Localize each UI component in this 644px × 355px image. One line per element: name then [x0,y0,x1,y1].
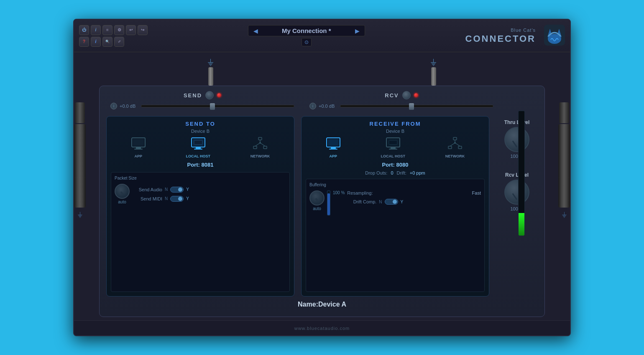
brand-small: Blue Cat's [511,28,536,33]
svg-point-35 [454,142,456,144]
send-knob[interactable] [205,91,214,99]
rcv-fader-track[interactable] [340,105,493,107]
send-knob-label: auto [118,200,126,204]
help-button[interactable]: ? [79,37,89,47]
rcv-app-icon [326,137,341,152]
rcv-port-label: Port: [382,162,395,168]
right-cable-body [558,124,570,208]
side-cable-right: ⏚ [558,102,570,219]
send-fader-thumb[interactable] [210,103,215,110]
buffering-fill [327,193,330,215]
preset-sub-options: ⊙ [302,38,312,46]
send-channel: SEND i +0.0 dB [106,91,299,113]
resampling-row: Resampling: Fast [347,190,481,195]
search-button[interactable]: 🔍 [102,37,112,47]
vu-green-fill [519,213,524,236]
rcv-network-mode[interactable]: NETWORK [445,137,465,158]
send-to-panel: SEND TO Device B APP [106,116,294,297]
settings-button[interactable]: ⚙ [114,25,124,35]
rcv-network-label: NETWORK [445,154,465,158]
rcv-fader-info[interactable]: i [309,103,316,109]
send-led [217,93,221,97]
dropouts-value: 0 [391,170,393,175]
rcv-localhost-mode[interactable]: LOCAL HOST [381,137,405,158]
drift-comp-toggle[interactable] [385,199,398,205]
rcv-connector-stem [431,67,436,86]
send-midi-y: Y [186,196,189,201]
footer: www.bluecataudio.com [74,320,570,335]
expand-button[interactable]: ⤢ [114,37,124,47]
thru-level-knob[interactable] [504,127,529,152]
send-network-mode[interactable]: NETWORK [250,137,270,158]
svg-rect-9 [196,147,201,149]
rcv-port-row: Port: 8080 [306,162,485,168]
send-db-value: +0.0 dB [120,104,138,109]
rcv-localhost-label: LOCAL HOST [381,154,405,158]
preset-options-icon[interactable]: ⊙ [302,38,312,46]
send-fader-info[interactable]: i [110,103,117,109]
header-right: Blue Cat's CONNECTOR [465,28,539,44]
main-content: ⏚ ⏚ ⏚ ⏚ SE [74,52,570,320]
send-audio-y: Y [186,187,189,192]
send-audio-label: Send Audio [133,187,162,192]
rcv-toggles: Resampling: Fast Drift Comp. N Y [347,190,481,205]
rcv-fader-thumb[interactable] [409,103,414,110]
preset-nav: ◀ My Connection * ▶ [248,25,365,36]
send-app-label: APP [135,154,143,158]
send-localhost-icon [191,137,206,152]
send-audio-toggle[interactable] [170,187,184,193]
rcv-top-connector: ⏚ [431,56,436,86]
buffering-bar [327,190,330,216]
right-cable-connector [559,102,569,123]
rcv-led [414,93,418,97]
svg-rect-31 [458,146,462,149]
send-midi-row: Send MIDI N Y [133,196,286,202]
rcv-app-mode[interactable]: APP [326,137,341,158]
send-connector-icon: ⏚ [208,56,213,67]
send-app-mode[interactable]: APP [131,137,146,158]
send-packet-knob[interactable] [115,184,130,199]
rcv-knob-label: auto [313,206,321,211]
header: ⏻ i ≡ ⚙ ↩ ↪ ? i 🔍 ⤢ ◀ My Connection * ▶ … [74,20,570,52]
info2-button[interactable]: i [91,37,101,47]
send-audio-n: N [165,187,168,192]
send-to-title: SEND TO [111,121,290,127]
website-text: www.bluecataudio.com [294,326,350,331]
undo-button[interactable]: ↩ [126,25,136,35]
send-fader-track[interactable] [141,105,294,107]
next-preset-button[interactable]: ▶ [355,28,360,34]
plugin-window: ⏻ i ≡ ⚙ ↩ ↪ ? i 🔍 ⤢ ◀ My Connection * ▶ … [73,19,571,336]
rcv-fader-row: i +0.0 dB [305,103,498,109]
send-device-icons: APP LOCAL HOST [111,137,290,158]
svg-line-34 [455,143,460,146]
rcv-level-control: Rcv Level 100 % [504,172,529,211]
redo-button[interactable]: ↪ [138,25,148,35]
rcv-connector-icon: ⏚ [431,56,436,67]
svg-rect-15 [263,146,267,149]
resampling-label: Resampling: [347,190,373,195]
send-network-icon [253,137,268,152]
svg-rect-5 [136,147,141,149]
svg-line-17 [255,143,260,146]
drift-label: Drift: [397,170,406,175]
svg-rect-14 [253,146,257,149]
right-controls: Thru Level 100 % Rcv Level 100 % [496,116,538,297]
rcv-knob-row: auto 100 % Resampling: F [309,190,481,216]
send-fader-row: i +0.0 dB [106,103,299,109]
svg-rect-7 [133,139,144,146]
rcv-label: RCV [385,92,399,99]
send-connector-stem [208,67,213,86]
rcv-buffer-knob[interactable] [309,190,325,205]
prev-preset-button[interactable]: ◀ [253,28,258,34]
menu-button[interactable]: ≡ [102,25,112,35]
power-button[interactable]: ⏻ [79,25,89,35]
rcv-network-icon [447,137,463,152]
right-cable-icon: ⏚ [562,210,567,219]
drift-comp-row: Drift Comp. N Y [347,199,481,205]
send-midi-toggle[interactable] [170,196,184,202]
info-button[interactable]: i [91,25,101,35]
rcv-knob[interactable] [402,91,411,99]
send-knob-container: auto [115,184,130,204]
send-localhost-mode[interactable]: LOCAL HOST [186,137,210,158]
rcv-level-knob[interactable] [504,180,529,205]
